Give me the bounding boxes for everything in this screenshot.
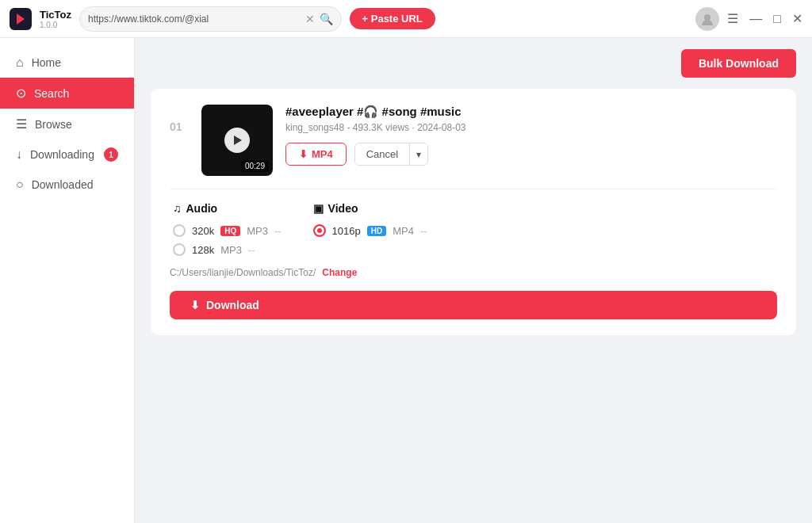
paste-url-button[interactable]: + Paste URL — [350, 8, 435, 29]
audio-format-320k: MP3 — [247, 225, 268, 237]
main-layout: ⌂ Home ⊙ Search ☰ Browse ↓ Downloading 1… — [0, 38, 812, 523]
url-text: https://www.tiktok.com/@xial — [88, 13, 301, 25]
downloaded-icon: ○ — [16, 178, 24, 192]
audio-sep-320k: -- — [274, 225, 282, 237]
sidebar-item-downloading[interactable]: ↓ Downloading 1 — [0, 139, 134, 170]
cancel-button-group: Cancel ▾ — [354, 143, 428, 166]
maximize-button[interactable]: □ — [773, 13, 781, 25]
home-icon: ⌂ — [16, 55, 24, 70]
audio-title: ♫ Audio — [173, 202, 282, 215]
titlebar: TicToz 1.0.0 https://www.tiktok.com/@xia… — [0, 0, 812, 38]
content-header: Bulk Download — [135, 38, 812, 89]
play-button[interactable] — [224, 128, 250, 153]
audio-sep-128k: -- — [248, 244, 255, 256]
divider — [170, 189, 777, 189]
search-icon: 🔍 — [320, 13, 333, 25]
audio-quality-320k: 320k — [192, 225, 214, 237]
close-icon[interactable]: ✕ — [305, 13, 315, 25]
search-icon: ⊙ — [16, 86, 26, 101]
download-btn-icon: ⬇ — [190, 299, 200, 311]
minimize-button[interactable]: — — [749, 13, 762, 25]
audio-option-128k: 128k MP3 -- — [173, 243, 282, 256]
app-version: 1.0.0 — [40, 21, 71, 29]
menu-icon[interactable]: ☰ — [727, 13, 738, 25]
app-title-group: TicToz 1.0.0 — [40, 9, 71, 29]
downloading-badge: 1 — [104, 147, 118, 162]
app-logo — [10, 8, 32, 30]
sidebar-item-downloaded[interactable]: ○ Downloaded — [0, 170, 134, 200]
options-row: ♫ Audio 320k HQ MP3 -- 128k — [170, 202, 777, 256]
video-thumbnail: 00:29 — [201, 105, 273, 176]
sidebar-item-label: Search — [34, 87, 69, 100]
hd-badge: HD — [367, 226, 386, 236]
video-top: 01 00:29 #aveeplayer #🎧 #song #music kin… — [170, 105, 777, 176]
cancel-chevron-button[interactable]: ▾ — [409, 143, 427, 165]
video-option-1016p: 1016p HD MP4 -- — [313, 224, 427, 237]
video-meta: king_songs48 - 493.3K views · 2024-08-03 — [285, 122, 777, 133]
app-title: TicToz — [40, 9, 71, 21]
sidebar-item-label: Downloading — [30, 148, 94, 161]
video-tags: #aveeplayer #🎧 #song #music — [285, 105, 777, 119]
audio-quality-128k: 128k — [192, 244, 214, 256]
content-area: Bulk Download 01 00:29 #aveeplayer #🎧 # — [135, 38, 812, 523]
window-controls: ☰ — □ ✕ — [727, 13, 802, 25]
avatar — [695, 7, 719, 31]
sidebar-item-label: Downloaded — [32, 178, 94, 191]
video-title: ▣ Video — [313, 202, 427, 215]
svg-marker-2 — [234, 136, 242, 145]
content-body: 01 00:29 #aveeplayer #🎧 #song #music kin… — [135, 89, 812, 523]
browse-icon: ☰ — [16, 116, 27, 132]
video-format-1016p: MP4 — [393, 225, 414, 237]
video-index: 01 — [170, 105, 189, 133]
url-bar[interactable]: https://www.tiktok.com/@xial ✕ 🔍 — [79, 6, 342, 32]
download-icon: ⬇ — [299, 148, 308, 160]
audio-option-320k: 320k HQ MP3 -- — [173, 224, 282, 237]
sidebar-item-browse[interactable]: ☰ Browse — [0, 109, 134, 139]
svg-marker-0 — [17, 13, 25, 25]
radio-128k[interactable] — [173, 243, 186, 256]
video-icon: ▣ — [313, 202, 324, 215]
radio-320k[interactable] — [173, 224, 186, 237]
video-duration: 00:29 — [241, 160, 269, 172]
hq-badge: HQ — [220, 226, 240, 236]
video-info: #aveeplayer #🎧 #song #music king_songs48… — [285, 105, 777, 166]
svg-point-1 — [704, 14, 710, 21]
sidebar-item-label: Home — [32, 56, 61, 69]
radio-1016p[interactable] — [313, 224, 326, 237]
video-sep-1016p: -- — [420, 225, 427, 237]
video-options: ▣ Video 1016p HD MP4 -- — [313, 202, 427, 256]
sidebar-item-label: Browse — [35, 118, 72, 131]
audio-options: ♫ Audio 320k HQ MP3 -- 128k — [173, 202, 282, 256]
cancel-button[interactable]: Cancel — [355, 143, 409, 165]
download-button[interactable]: ⬇ Download — [170, 291, 777, 319]
video-quality-1016p: 1016p — [332, 225, 361, 237]
change-path-button[interactable]: Change — [322, 267, 357, 278]
save-path: C:/Users/lianjie/Downloads/TicToz/ Chang… — [170, 267, 777, 278]
mp4-button[interactable]: ⬇ MP4 — [285, 143, 347, 166]
bulk-download-button[interactable]: Bulk Download — [681, 49, 796, 78]
audio-format-128k: MP3 — [220, 244, 242, 256]
save-path-text: C:/Users/lianjie/Downloads/TicToz/ — [170, 267, 316, 278]
music-icon: ♫ — [173, 202, 182, 215]
video-actions: ⬇ MP4 Cancel ▾ — [285, 143, 777, 166]
video-card: 01 00:29 #aveeplayer #🎧 #song #music kin… — [151, 89, 796, 335]
sidebar-item-search[interactable]: ⊙ Search — [0, 78, 134, 109]
downloading-icon: ↓ — [16, 147, 22, 162]
close-button[interactable]: ✕ — [792, 13, 802, 25]
sidebar-item-home[interactable]: ⌂ Home — [0, 48, 134, 78]
sidebar: ⌂ Home ⊙ Search ☰ Browse ↓ Downloading 1… — [0, 38, 135, 523]
